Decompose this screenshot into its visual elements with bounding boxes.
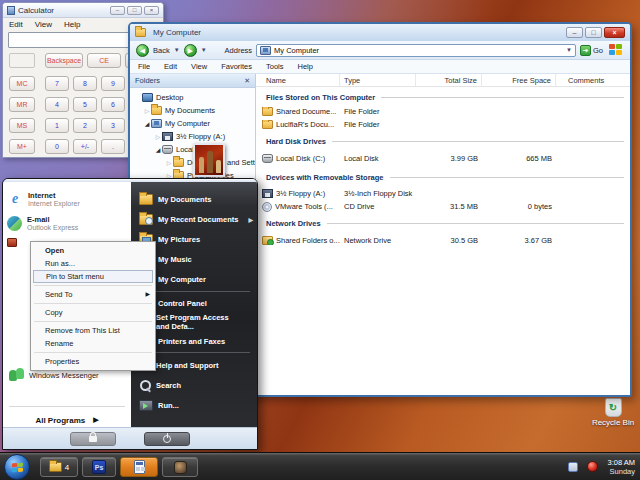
divider (34, 321, 152, 322)
context-item-rename[interactable]: Rename (31, 337, 155, 350)
context-item-properties[interactable]: Properties (31, 355, 155, 368)
recent-documents-icon (139, 214, 153, 225)
power-icon (163, 435, 171, 443)
recycle-bin[interactable]: ↻ Recycle Bin (590, 398, 636, 427)
maximize-button[interactable]: □ (585, 27, 602, 38)
computer-icon (260, 46, 271, 55)
key-0[interactable]: 0 (45, 139, 69, 154)
tree-item-my-documents[interactable]: ▷ My Documents (130, 104, 255, 117)
minimize-button[interactable]: – (110, 6, 125, 15)
start-button[interactable] (4, 454, 30, 480)
m-plus-button[interactable]: M+ (9, 139, 35, 154)
key-1[interactable]: 1 (45, 118, 69, 133)
tray-status-icon[interactable] (587, 461, 598, 472)
back-button-icon[interactable]: ◀ (136, 44, 149, 57)
list-row-shared-folders[interactable]: Shared Folders o... Network Drive 30.5 G… (256, 234, 630, 247)
column-header-total-size[interactable]: Total Size (416, 74, 482, 86)
expander-expanded-icon[interactable]: ◢ (143, 120, 151, 127)
context-item-pin-to-start-menu[interactable]: Pin to Start menu (33, 270, 153, 283)
key-decimal[interactable]: . (101, 139, 125, 154)
close-button[interactable]: × (144, 6, 159, 15)
key-2[interactable]: 2 (73, 118, 97, 133)
start-place-search[interactable]: Search (131, 375, 257, 395)
lock-button[interactable] (70, 432, 116, 446)
mc-button[interactable]: MC (9, 76, 35, 91)
list-row-shared-documents[interactable]: Shared Docume... File Folder (256, 105, 630, 118)
expander-expanded-icon[interactable]: ◢ (154, 146, 162, 153)
explorer-title-bar[interactable]: My Computer – □ × (130, 24, 630, 41)
taskbar-button-folder-group[interactable]: 4 (40, 457, 78, 477)
user-account-picture[interactable] (193, 143, 225, 177)
menu-help[interactable]: Help (298, 62, 313, 71)
expander-collapsed-icon[interactable]: ▷ (143, 107, 151, 114)
tree-item-my-computer[interactable]: ◢ My Computer (130, 117, 255, 130)
expander-collapsed-icon[interactable]: ▷ (154, 133, 162, 140)
context-item-open[interactable]: Open (31, 244, 155, 257)
start-item-email[interactable]: E-mail Outlook Express (3, 211, 131, 235)
forward-button-icon[interactable]: ▶ (184, 44, 197, 57)
context-item-remove-from-list[interactable]: Remove from This List (31, 324, 155, 337)
menu-view[interactable]: View (35, 20, 52, 29)
taskbar-button-photoshop[interactable]: Ps (82, 457, 116, 477)
minimize-button[interactable]: – (566, 27, 583, 38)
explorer-menubar: File Edit View Favorites Tools Help (130, 60, 630, 74)
close-button[interactable]: × (604, 27, 625, 38)
list-row-local-disk[interactable]: Local Disk (C:) Local Disk 3.99 GB 665 M… (256, 152, 630, 165)
context-item-copy[interactable]: Copy (31, 306, 155, 319)
tree-item-desktop[interactable]: Desktop (130, 91, 255, 104)
ce-button[interactable]: CE (87, 53, 121, 68)
list-row-user-documents[interactable]: LuclfiaR's Docu... File Folder (256, 118, 630, 131)
menu-help[interactable]: Help (64, 20, 80, 29)
taskbar-button-app[interactable] (162, 457, 198, 477)
tree-item-floppy[interactable]: ▷ 3½ Floppy (A:) (130, 130, 255, 143)
start-place-my-recent-documents[interactable]: My Recent Documents ▶ (131, 209, 257, 229)
forward-dropdown-icon[interactable]: ▼ (201, 47, 207, 53)
ms-button[interactable]: MS (9, 118, 35, 133)
taskbar-button-calculator[interactable] (120, 457, 158, 477)
backspace-button[interactable]: Backspace (45, 53, 83, 68)
folders-pane-close-icon[interactable]: ✕ (244, 77, 250, 85)
start-place-my-documents[interactable]: My Documents (131, 189, 257, 209)
context-item-run-as[interactable]: Run as... (31, 257, 155, 270)
key-7[interactable]: 7 (45, 76, 69, 91)
address-dropdown-icon[interactable]: ▼ (566, 47, 572, 53)
context-item-send-to[interactable]: Send To ▶ (31, 288, 155, 301)
calculator-title-bar[interactable]: Calculator – □ × (3, 3, 163, 18)
start-item-internet[interactable]: e Internet Internet Explorer (3, 187, 131, 211)
mr-button[interactable]: MR (9, 97, 35, 112)
key-4[interactable]: 4 (45, 97, 69, 112)
back-dropdown-icon[interactable]: ▼ (174, 47, 180, 53)
column-header-comments[interactable]: Comments (556, 74, 630, 86)
key-plusminus[interactable]: +/- (73, 139, 97, 154)
key-3[interactable]: 3 (101, 118, 125, 133)
tray-window-icon[interactable] (568, 462, 578, 472)
menu-edit[interactable]: Edit (164, 62, 177, 71)
disk-icon (262, 154, 273, 163)
address-bar[interactable]: My Computer ▼ (256, 44, 576, 57)
search-icon (139, 379, 151, 391)
column-header-type[interactable]: Type (340, 74, 416, 86)
key-9[interactable]: 9 (101, 76, 125, 91)
menu-file[interactable]: File (138, 62, 150, 71)
list-row-floppy[interactable]: 3½ Floppy (A:) 3½-Inch Floppy Disk (256, 187, 630, 200)
maximize-button[interactable]: □ (127, 6, 142, 15)
start-place-run[interactable]: Run... (131, 395, 257, 415)
menu-favorites[interactable]: Favorites (221, 62, 252, 71)
expander-collapsed-icon[interactable]: ▷ (165, 159, 173, 166)
windows-logo-icon (609, 44, 624, 57)
column-header-free-space[interactable]: Free Space (482, 74, 556, 86)
key-6[interactable]: 6 (101, 97, 125, 112)
all-programs-arrow-icon: ▶ (93, 416, 98, 424)
go-button[interactable]: ➔ Go (580, 45, 603, 56)
back-button-label[interactable]: Back (153, 46, 170, 55)
all-programs-button[interactable]: All Programs ▶ (3, 411, 131, 427)
menu-edit[interactable]: Edit (9, 20, 23, 29)
taskbar-clock[interactable]: 3:08 AM Sunday (607, 458, 635, 476)
column-header-name[interactable]: Name (256, 74, 340, 86)
menu-tools[interactable]: Tools (266, 62, 284, 71)
key-5[interactable]: 5 (73, 97, 97, 112)
power-button[interactable] (144, 432, 190, 446)
list-row-vmware-tools[interactable]: VMware Tools (... CD Drive 31.5 MB 0 byt… (256, 200, 630, 213)
key-8[interactable]: 8 (73, 76, 97, 91)
menu-view[interactable]: View (191, 62, 207, 71)
